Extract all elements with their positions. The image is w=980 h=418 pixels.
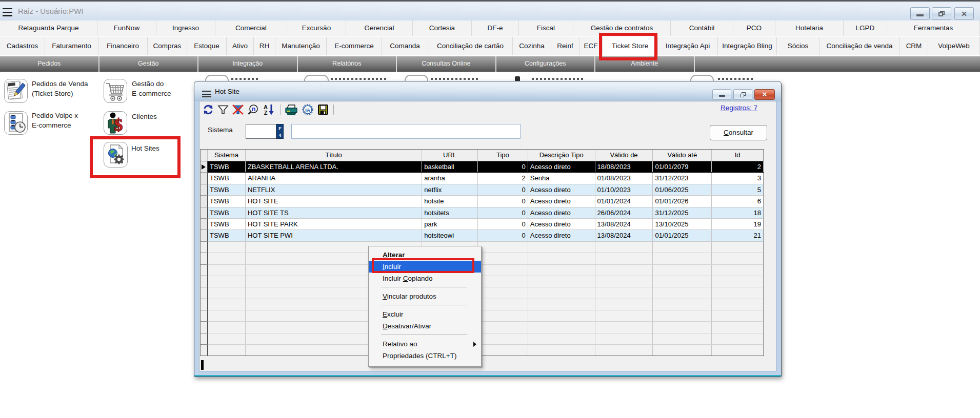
customer-icon[interactable]: $ (104, 111, 127, 135)
menu2-reinf[interactable]: Reinf (551, 37, 579, 55)
sistema-description-field[interactable] (291, 124, 521, 139)
menu1-cortesia[interactable]: Cortesia (413, 20, 472, 36)
shortcut-label[interactable]: Gestão do E-commerce (132, 79, 171, 98)
sort-az-icon[interactable]: A Z (263, 104, 274, 115)
context-menu-relativo-ao[interactable]: Relativo ao (369, 338, 481, 350)
context-menu-propriedades-ctrl-t-[interactable]: Propriedades (CTRL+T) (369, 350, 481, 362)
menu2-volpeweb[interactable]: VolpeWeb (928, 37, 980, 55)
grid-cell[interactable]: 0 (478, 219, 528, 229)
menu1-comercial[interactable]: Comercial (215, 20, 287, 36)
grid-col-v-lido-at-[interactable]: Válido até (653, 150, 712, 161)
context-menu-excluir[interactable]: Excluir (369, 308, 481, 320)
grid-row-5[interactable]: TSWBHOT SITE PARKpark0Acesso direto13/08… (201, 219, 764, 230)
grid-row-2[interactable]: TSWBNETFLIXnetflix0Acesso direto01/10/20… (201, 184, 764, 196)
grid-cell[interactable]: 5 (712, 184, 764, 195)
menu1-df-e[interactable]: DF-e (472, 20, 519, 36)
app-restore-button[interactable] (932, 7, 951, 20)
grid-cell[interactable]: 31/12/2025 (653, 207, 712, 218)
grid-col-v-lido-de[interactable]: Válido de (595, 150, 653, 161)
menu2-manuten-o[interactable]: Manutenção (275, 37, 327, 55)
refresh-icon[interactable] (203, 104, 214, 115)
context-menu-desativar-ativar[interactable]: Desativar/Ativar (369, 320, 481, 332)
grid-cell[interactable]: ZBASKETBALL ARENA LTDA. (246, 161, 422, 172)
grid-row-3[interactable]: TSWBHOT SITEhotsite0Acesso direto01/01/2… (201, 196, 764, 207)
menu2-compras[interactable]: Compras (148, 37, 187, 55)
grid-cell[interactable]: Acesso direto (528, 161, 595, 172)
clear-filter-icon[interactable] (232, 104, 243, 115)
grid-cell[interactable]: 3 (712, 173, 764, 183)
grid-cell[interactable]: park (422, 219, 478, 229)
grid-cell[interactable]: basketball (422, 161, 478, 172)
registros-link[interactable]: Registros: 7 (721, 104, 757, 112)
grid-col-t-tulo[interactable]: Título (246, 150, 422, 161)
grid-col-tipo[interactable]: Tipo (478, 150, 528, 161)
grid-cell[interactable]: 0 (478, 161, 528, 172)
filter-icon[interactable] (217, 104, 229, 115)
grid-cell[interactable]: 31/12/2023 (653, 173, 712, 183)
grid-cell[interactable]: TSWB (208, 184, 246, 195)
grid-cell[interactable]: hotsite (422, 196, 478, 206)
grid-cell[interactable]: netflix (422, 184, 478, 195)
print-icon[interactable] (285, 104, 298, 115)
menu1-fiscal[interactable]: Fiscal (519, 20, 573, 36)
menu2-integra-o-bling[interactable]: Integração Bling (718, 37, 777, 55)
app-close-button[interactable]: ✕ (954, 7, 974, 20)
menu2-cadastros[interactable]: Cadastros (0, 37, 45, 55)
menu2-financeiro[interactable]: Financeiro (98, 37, 148, 55)
grid-cell[interactable]: 0 (478, 196, 528, 206)
sales-order-icon[interactable] (4, 79, 28, 103)
grid-cell[interactable]: HOT SITE TS (246, 207, 422, 218)
app-minimize-button[interactable] (910, 7, 930, 20)
context-menu-incluir-copiando[interactable]: Incluir Copiando (369, 273, 481, 284)
ribbon-configura-es[interactable]: Configurações (496, 56, 596, 72)
grid-cell[interactable]: 01/06/2025 (653, 184, 712, 195)
menu2-concilia-o-de-venda[interactable]: Conciliação de venda (819, 37, 900, 55)
grid-cell[interactable]: HOT SITE PWI (246, 230, 422, 241)
menu2-rh[interactable]: RH (254, 37, 275, 55)
grid-cell[interactable]: 01/01/2024 (595, 196, 653, 206)
menu1-lgpd[interactable]: LGPD (844, 20, 887, 36)
grid-cell[interactable]: hotsiteowi (422, 230, 478, 241)
save-icon[interactable] (317, 104, 329, 115)
grid-cell[interactable]: TSWB (208, 207, 246, 218)
menu2-integra-o-api[interactable]: Integração Api (658, 37, 718, 55)
shopping-cart-icon[interactable] (104, 79, 127, 103)
grid-cell[interactable]: TSWB (208, 196, 246, 206)
grid-cell[interactable]: aranha (422, 173, 478, 183)
hot-site-titlebar[interactable]: Hot Site ✕ (194, 81, 781, 101)
ribbon-gest-o[interactable]: Gestão (99, 56, 199, 72)
grid-cell[interactable]: Acesso direto (528, 196, 595, 206)
ribbon-consultas-online[interactable]: Consultas Online (397, 56, 496, 72)
menu1-cont-bil[interactable]: Contábil (671, 20, 733, 36)
grid-cell[interactable]: 01/01/2079 (653, 161, 712, 172)
grid-row-1[interactable]: TSWBARANHAaranha2Senha01/08/202331/12/20… (201, 173, 764, 184)
shortcut-label[interactable]: Pedidos de Venda (Ticket Store) (32, 79, 88, 98)
search-icon[interactable]: n (247, 104, 258, 115)
grid-cell[interactable]: TSWB (208, 161, 246, 172)
menu2-concilia-o-de-cart-o[interactable]: Conciliação de cartão (428, 37, 513, 55)
grid-cell[interactable]: 13/08/2024 (595, 230, 653, 241)
window-close-button[interactable]: ✕ (754, 89, 775, 100)
grid-cell[interactable]: 01/01/2025 (653, 230, 712, 241)
menu1-funnow[interactable]: FunNow (97, 20, 156, 36)
ia-icon[interactable]: IA (302, 104, 313, 115)
menu2-ativo[interactable]: Ativo (227, 37, 254, 55)
window-menu-icon[interactable] (202, 91, 211, 97)
grid-cell[interactable]: 19 (712, 219, 764, 229)
grid-cell[interactable]: HOT SITE PARK (246, 219, 422, 229)
sistema-input[interactable] (246, 124, 276, 139)
grid-cell[interactable]: Acesso direto (528, 230, 595, 241)
menu1-hotelaria[interactable]: Hotelaria (775, 20, 844, 36)
grid-cell[interactable]: 18 (712, 207, 764, 218)
menu1-gerencial[interactable]: Gerencial (346, 20, 413, 36)
menu2-faturamento[interactable]: Faturamento (45, 37, 98, 55)
ribbon-integra-o[interactable]: Integração (198, 56, 298, 72)
grid-cell[interactable]: TSWB (208, 219, 246, 229)
grid-cell[interactable]: 2 (712, 161, 764, 172)
app-menu-icon[interactable] (3, 8, 12, 16)
grid-cell[interactable]: ARANHA (246, 173, 422, 183)
grid-cell[interactable]: 21 (712, 230, 764, 241)
grid-cell[interactable]: 13/10/2025 (653, 219, 712, 229)
grid-row-0[interactable]: TSWBZBASKETBALL ARENA LTDA.basketball0Ac… (201, 161, 764, 173)
grid-cell[interactable]: 0 (478, 184, 528, 195)
